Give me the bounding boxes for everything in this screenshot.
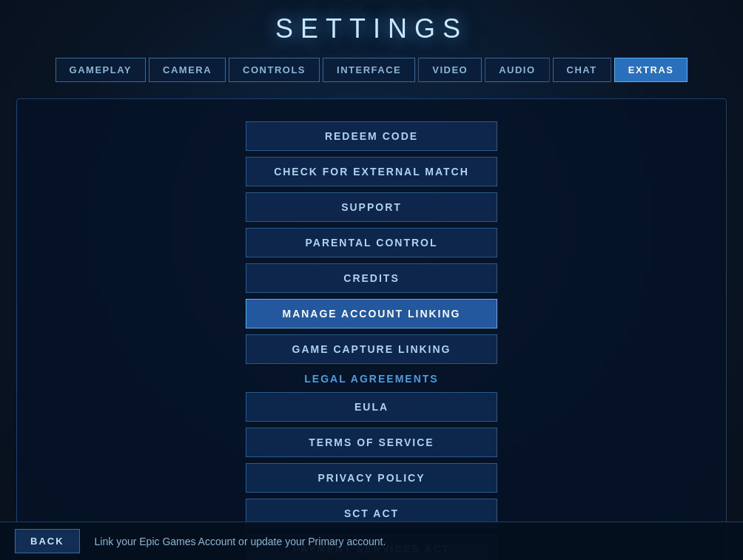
menu-btn-credits[interactable]: CREDITS xyxy=(246,263,497,293)
status-text: Link your Epic Games Account or update y… xyxy=(95,536,386,547)
back-button[interactable]: BACK xyxy=(15,529,80,553)
menu-btn-support[interactable]: SUPPORT xyxy=(246,192,497,222)
legal-btn-eula[interactable]: EULA xyxy=(246,392,497,422)
tab-video[interactable]: VIDEO xyxy=(418,58,482,82)
legal-btn-terms-of-service[interactable]: TERMS OF SERVICE xyxy=(246,428,497,457)
menu-btn-parental-control[interactable]: PARENTAL CONTROL xyxy=(246,228,497,257)
menu-btn-check-external-match[interactable]: CHECK FOR EXTERNAL MATCH xyxy=(246,157,497,186)
tab-controls[interactable]: CONTROLS xyxy=(229,58,320,82)
menu-btn-redeem-code[interactable]: REDEEM CODE xyxy=(246,121,497,151)
tab-bar: GAMEPLAYCAMERACONTROLSINTERFACEVIDEOAUDI… xyxy=(56,58,688,82)
menu-btn-game-capture-linking[interactable]: GAME CAPTURE LINKING xyxy=(246,334,497,364)
menu-btn-manage-account-linking[interactable]: MANAGE ACCOUNT LINKING xyxy=(246,299,497,328)
tab-gameplay[interactable]: GAMEPLAY xyxy=(56,58,146,82)
legal-section-label: LEGAL AGREEMENTS xyxy=(304,373,438,385)
legal-btn-privacy-policy[interactable]: PRIVACY POLICY xyxy=(246,463,497,493)
content-area: REDEEM CODECHECK FOR EXTERNAL MATCHSUPPO… xyxy=(16,98,727,560)
settings-container: SETTINGS GAMEPLAYCAMERACONTROLSINTERFACE… xyxy=(0,0,743,560)
tab-interface[interactable]: INTERFACE xyxy=(323,58,415,82)
page-title: SETTINGS xyxy=(275,13,468,44)
bottom-bar: BACK Link your Epic Games Account or upd… xyxy=(0,522,743,560)
tab-camera[interactable]: CAMERA xyxy=(149,58,226,82)
tab-audio[interactable]: AUDIO xyxy=(485,58,549,82)
tab-chat[interactable]: CHAT xyxy=(553,58,611,82)
tab-extras[interactable]: EXTRAS xyxy=(614,58,688,82)
